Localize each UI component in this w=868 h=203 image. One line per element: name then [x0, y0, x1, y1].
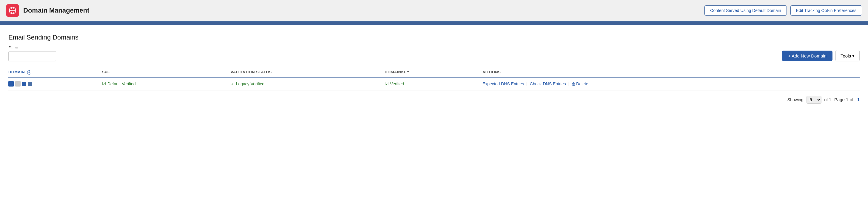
- filter-input[interactable]: [8, 51, 56, 61]
- actions-cell: Expected DNS Entries | Check DNS Entries…: [483, 77, 860, 91]
- domain-sq-small-blue: [22, 82, 26, 86]
- tools-button[interactable]: Tools ▾: [835, 50, 860, 61]
- domain-sq-blue: [8, 81, 14, 86]
- domainkey-status: ☑ Verified: [385, 81, 479, 86]
- delete-icon: 🗑: [571, 82, 576, 86]
- domains-table: DOMAIN + SPF VALIDATION STATUS DOMAINKEY…: [8, 67, 860, 91]
- col-spf: SPF: [102, 67, 231, 77]
- app-icon: [6, 4, 19, 17]
- table-row: ☑ Default Verified ☑ Legacy Verified ☑ V…: [8, 77, 860, 91]
- actions-container: Expected DNS Entries | Check DNS Entries…: [483, 81, 856, 86]
- header-right: Content Served Using Default Domain Edit…: [705, 5, 862, 16]
- domainkey-check-icon: ☑: [385, 81, 389, 86]
- domainkey-cell: ☑ Verified: [385, 77, 483, 91]
- spf-cell: ☑ Default Verified: [102, 77, 231, 91]
- spf-status-label: Default Verified: [107, 81, 136, 86]
- col-validation-status: VALIDATION STATUS: [230, 67, 384, 77]
- spf-check-icon: ☑: [102, 81, 106, 86]
- delete-link[interactable]: 🗑Delete: [571, 81, 588, 86]
- tools-chevron-icon: ▾: [852, 53, 855, 58]
- action-buttons: + Add New Domain Tools ▾: [782, 50, 860, 61]
- check-dns-entries-link[interactable]: Check DNS Entries: [530, 81, 566, 86]
- filter-label: Filter:: [8, 46, 56, 50]
- table-header-row: DOMAIN + SPF VALIDATION STATUS DOMAINKEY…: [8, 67, 860, 77]
- edit-tracking-button[interactable]: Edit Tracking Opt-in Preferences: [790, 5, 862, 16]
- banner-strip: [0, 22, 868, 25]
- spf-status: ☑ Default Verified: [102, 81, 227, 86]
- app-title: Domain Management: [23, 7, 89, 15]
- section-title: Email Sending Domains: [8, 33, 860, 41]
- page-info: Page 1 of 1: [834, 97, 860, 102]
- col-domainkey: DOMAINKEY: [385, 67, 483, 77]
- domain-squares: [8, 81, 98, 86]
- add-new-domain-button[interactable]: + Add New Domain: [782, 51, 833, 61]
- col-actions: ACTIONS: [483, 67, 860, 77]
- col-domain[interactable]: DOMAIN +: [8, 67, 102, 77]
- action-sep-2: |: [568, 81, 569, 86]
- filter-left: Filter:: [8, 46, 56, 61]
- main-content: Email Sending Domains Filter: + Add New …: [0, 25, 868, 203]
- header-left: Domain Management: [6, 4, 89, 17]
- of-label: of 1: [825, 97, 831, 102]
- domain-sq-gray: [15, 81, 21, 86]
- page-number-link[interactable]: 1: [857, 97, 860, 102]
- top-header: Domain Management Content Served Using D…: [0, 0, 868, 22]
- tools-label: Tools: [841, 53, 851, 58]
- validation-status: ☑ Legacy Verified: [230, 81, 381, 86]
- expected-dns-entries-link[interactable]: Expected DNS Entries: [483, 81, 524, 86]
- filter-row: Filter: + Add New Domain Tools ▾: [8, 46, 860, 61]
- sort-icon: +: [27, 70, 31, 75]
- col-domain-label: DOMAIN: [8, 70, 25, 74]
- domain-sq-small-blue2: [28, 82, 32, 86]
- page-label: Page 1 of: [834, 97, 854, 102]
- showing-label: Showing: [787, 97, 804, 102]
- content-served-button[interactable]: Content Served Using Default Domain: [705, 5, 786, 16]
- domainkey-status-label: Verified: [390, 81, 404, 86]
- action-sep-1: |: [526, 81, 527, 86]
- validation-check-icon: ☑: [230, 81, 234, 86]
- per-page-select[interactable]: 5 10 25 50: [807, 96, 822, 104]
- validation-status-label: Legacy Verified: [236, 81, 265, 86]
- validation-cell: ☑ Legacy Verified: [230, 77, 384, 91]
- domain-cell: [8, 77, 102, 91]
- pagination-row: Showing 5 10 25 50 of 1 Page 1 of 1: [8, 96, 860, 104]
